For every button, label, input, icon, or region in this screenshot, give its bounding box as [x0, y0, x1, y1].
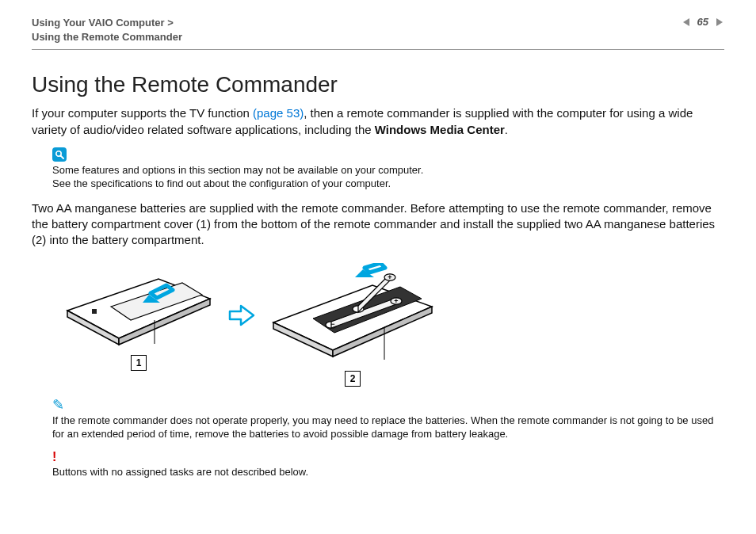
intro-text-pre: If your computer supports the TV functio… — [32, 106, 253, 120]
figure-label-1: 1 — [131, 355, 147, 371]
battery-figure: 1 − + — [63, 263, 724, 387]
svg-marker-1 — [716, 18, 723, 26]
warning-text: Buttons with no assigned tasks are not d… — [52, 466, 308, 478]
pencil-icon: ✎ — [52, 398, 64, 412]
remote-cover-illustration — [63, 263, 214, 350]
breadcrumb: Using Your VAIO Computer > Using the Rem… — [32, 16, 182, 44]
note-line-2: See the specifications to find out about… — [52, 177, 391, 189]
note-block-spec: Some features and options in this sectio… — [52, 147, 724, 191]
arrow-right-icon — [228, 303, 255, 330]
svg-text:+: + — [394, 297, 398, 305]
prev-page-icon[interactable] — [682, 17, 693, 28]
page-title: Using the Remote Commander — [32, 72, 724, 97]
page-number: 65 — [697, 16, 708, 28]
svg-marker-0 — [683, 18, 689, 26]
pager: 65 — [682, 16, 724, 28]
next-page-icon[interactable] — [713, 17, 724, 28]
page-link-53[interactable]: (page 53) — [253, 106, 304, 120]
note-line-1: Some features and options in this sectio… — [52, 164, 423, 176]
note-block-battery: ✎ If the remote commander does not opera… — [52, 398, 724, 441]
breadcrumb-top: Using Your VAIO Computer — [32, 17, 165, 29]
magnifier-icon — [52, 147, 67, 162]
intro-paragraph: If your computer supports the TV functio… — [32, 105, 724, 138]
svg-text:+: + — [388, 273, 391, 281]
battery-paragraph: Two AA manganese batteries are supplied … — [32, 200, 724, 249]
breadcrumb-sub: Using the Remote Commander — [32, 31, 182, 43]
warning-icon: ! — [52, 451, 56, 463]
svg-rect-8 — [92, 309, 97, 314]
warning-block: ! Buttons with no assigned tasks are not… — [52, 451, 724, 479]
intro-bold: Windows Media Center — [375, 123, 505, 136]
intro-text-end: . — [505, 123, 508, 136]
remote-batteries-illustration: − + + — [269, 263, 436, 366]
svg-text:−: − — [330, 320, 334, 328]
note-battery-text: If the remote commander does not operate… — [52, 414, 713, 441]
svg-line-3 — [61, 155, 64, 158]
figure-step-1: 1 — [63, 263, 214, 371]
page-header: Using Your VAIO Computer > Using the Rem… — [32, 16, 724, 50]
figure-label-2: 2 — [345, 371, 361, 387]
breadcrumb-sep: > — [167, 17, 174, 29]
figure-step-2: − + + 2 — [269, 263, 436, 387]
